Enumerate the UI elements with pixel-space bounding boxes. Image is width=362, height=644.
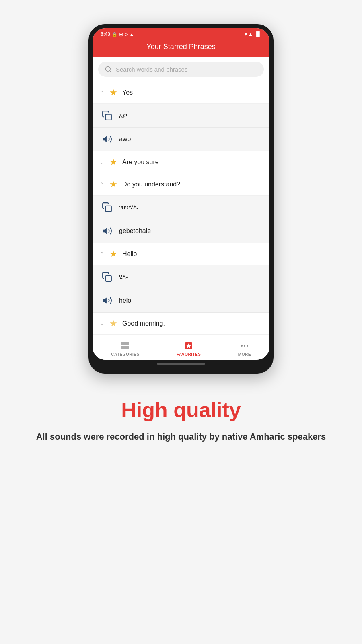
phrase-text-goodmorning: Good morning. <box>122 320 165 327</box>
high-quality-title: High quality <box>36 398 326 422</box>
phrase-row-goodmorning[interactable]: ⌄ ★ Good morning. <box>93 313 269 335</box>
nav-item-more[interactable]: MORE <box>230 339 259 358</box>
high-quality-description: All sounds were recorded in high quality… <box>36 430 326 443</box>
app-bar-title: Your Starred Phrases <box>146 43 215 51</box>
translation-group-understand: ገበጥሃሌ gebetohale <box>93 196 269 243</box>
translation-group-hello: ሄሎ helo <box>93 265 269 313</box>
chevron-down-icon-areyousure: ⌄ <box>99 159 105 165</box>
svg-marker-3 <box>103 136 107 142</box>
star-icon-areyousure: ★ <box>109 157 117 167</box>
phrase-text-hello: Hello <box>122 250 137 258</box>
svg-line-1 <box>109 70 111 72</box>
chevron-down-icon-goodmorning: ⌄ <box>99 321 105 326</box>
copy-icon-hello <box>101 270 113 283</box>
data-icon: ◎ <box>119 32 123 37</box>
svg-marker-5 <box>103 228 107 234</box>
star-icon-yes: ★ <box>109 87 117 98</box>
signal-icon: ▐▌ <box>255 31 261 37</box>
phrase-text-areyousure: Are you sure <box>122 159 159 166</box>
nav-item-favorites[interactable]: FAVORITES <box>169 339 209 358</box>
audio-icon-understand <box>101 225 113 237</box>
svg-point-0 <box>105 66 110 71</box>
phonetic-understand: gebetohale <box>119 227 151 235</box>
chevron-up-icon-understand: ⌃ <box>99 182 105 187</box>
search-bar[interactable]: Search words and phrases <box>98 62 264 77</box>
nav-label-categories: CATEGORIES <box>111 352 139 357</box>
search-container: Search words and phrases <box>93 57 269 82</box>
phrase-row-hello[interactable]: ⌃ ★ Hello <box>93 243 269 265</box>
wifi-icon: ▼▲ <box>243 31 253 37</box>
audio-icon-hello <box>101 294 113 307</box>
phrase-text-yes: Yes <box>122 89 133 96</box>
chevron-up-icon: ⌃ <box>99 90 105 95</box>
svg-point-11 <box>244 345 245 347</box>
phrase-list: ⌃ ★ Yes እዎ <box>93 82 269 335</box>
status-bar: 6:43 🔒 ◎ ▷ ▲ ▼▲ ▐▌ <box>93 28 269 39</box>
app-bar: Your Starred Phrases <box>93 39 269 57</box>
favorites-icon <box>183 340 194 351</box>
nav-label-more: MORE <box>238 352 251 357</box>
amharic-hello: ሄሎ <box>119 273 128 281</box>
time-display: 6:43 <box>101 31 110 37</box>
nav-item-categories[interactable]: CATEGORIES <box>103 339 147 358</box>
audio-icon-yes <box>101 133 113 146</box>
chevron-up-icon-hello: ⌃ <box>99 251 105 257</box>
svg-marker-7 <box>103 297 107 303</box>
phrase-row-yes[interactable]: ⌃ ★ Yes <box>93 82 269 104</box>
star-icon-hello: ★ <box>109 249 117 259</box>
more-icon <box>239 340 250 351</box>
translation-row-copy-hello[interactable]: ሄሎ <box>93 265 269 289</box>
star-icon-understand: ★ <box>109 179 117 190</box>
volume-icon: ▲ <box>130 32 134 37</box>
svg-point-12 <box>247 345 248 347</box>
translation-row-audio-yes[interactable]: awo <box>93 128 269 151</box>
copy-icon-yes <box>101 109 113 122</box>
lock-icon: 🔒 <box>112 32 117 37</box>
phrase-row-areyousure[interactable]: ⌄ ★ Are you sure <box>93 151 269 173</box>
phonetic-hello: helo <box>119 297 131 304</box>
amharic-yes: እዎ <box>119 112 128 119</box>
home-indicator <box>93 360 269 369</box>
search-placeholder: Search words and phrases <box>116 66 187 73</box>
nav-label-favorites: FAVORITES <box>177 352 201 357</box>
translation-row-audio-hello[interactable]: helo <box>93 289 269 313</box>
translation-row-copy-yes[interactable]: እዎ <box>93 104 269 128</box>
phone-shell: 6:43 🔒 ◎ ▷ ▲ ▼▲ ▐▌ Your Starred Phrases … <box>88 24 274 374</box>
translation-row-copy-understand[interactable]: ገበጥሃሌ <box>93 196 269 219</box>
svg-rect-6 <box>106 276 111 281</box>
translation-group-yes: እዎ awo <box>93 104 269 151</box>
bottom-section: High quality All sounds were recorded in… <box>12 398 350 467</box>
amharic-understand: ገበጥሃሌ <box>119 204 138 211</box>
svg-rect-4 <box>106 206 111 212</box>
svg-rect-2 <box>106 114 111 120</box>
phrase-row-doyouunderstand[interactable]: ⌃ ★ Do you understand? <box>93 173 269 196</box>
phonetic-yes: awo <box>119 136 131 143</box>
search-icon <box>105 66 112 73</box>
cast-icon: ▷ <box>125 32 128 37</box>
translation-row-audio-understand[interactable]: gebetohale <box>93 219 269 243</box>
bottom-nav: CATEGORIES FAVORITES <box>93 335 269 360</box>
home-bar <box>157 363 205 365</box>
svg-point-10 <box>241 345 243 347</box>
copy-icon-understand <box>101 201 113 214</box>
phrase-text-understand: Do you understand? <box>122 181 180 188</box>
star-icon-goodmorning: ★ <box>109 318 117 329</box>
categories-icon <box>119 340 131 351</box>
